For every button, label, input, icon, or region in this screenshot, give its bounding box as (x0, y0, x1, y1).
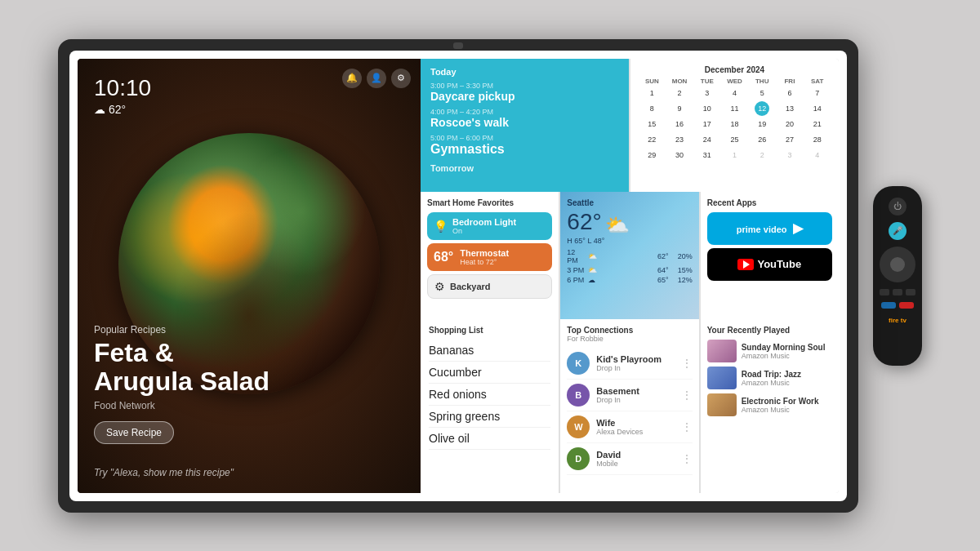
cal-day-4[interactable]: 4 (810, 148, 825, 162)
cal-day-30[interactable]: 30 (672, 148, 687, 162)
connection-2[interactable]: B Basement Drop In ⋮ (567, 380, 692, 411)
cal-day-2[interactable]: 2 (672, 86, 687, 100)
cal-day-5[interactable]: 5 (755, 86, 769, 100)
connection-4[interactable]: D David Mobile ⋮ (567, 443, 692, 475)
notification-icon[interactable]: 🔔 (342, 69, 362, 88)
cal-day-31[interactable]: 31 (700, 148, 715, 162)
shopping-item-2[interactable]: Cucumber (429, 362, 550, 384)
connection-4-more-icon[interactable]: ⋮ (681, 452, 693, 465)
thermostat-device[interactable]: 68° Thermostat Heat to 72° (427, 243, 552, 271)
cal-day-18[interactable]: 18 (727, 117, 742, 131)
cal-day-15[interactable]: 15 (644, 117, 659, 131)
youtube-text: YouTube (757, 258, 801, 270)
mid-row: Smart Home Favorites 💡 Bedroom Light On … (421, 192, 839, 319)
remote-power-button[interactable]: ⏻ (889, 198, 906, 216)
played-item-3[interactable]: Electronic For Work Amazon Music (707, 393, 832, 416)
tomorrow-label: Tomorrow (430, 163, 619, 173)
scene: 10:10 ☁ 62° 🔔 👤 ⚙ Popular Recipes (58, 39, 922, 513)
shopping-item-1[interactable]: Bananas (429, 340, 550, 362)
played-item-2[interactable]: Road Trip: Jazz Amazon Music (707, 367, 832, 389)
remote-btn-2[interactable] (893, 289, 902, 295)
cal-day-4[interactable]: 4 (727, 86, 742, 100)
shopping-item-4[interactable]: Spring greens (429, 406, 550, 428)
event-2: 4:00 PM – 4:20 PM Roscoe's walk (430, 108, 619, 129)
remote-prime-btn[interactable] (881, 302, 896, 309)
cal-day-24[interactable]: 24 (700, 132, 715, 147)
cal-day-25[interactable]: 25 (727, 132, 742, 147)
forecast-row-2: 3 PM ⛅ 64° 15% (567, 266, 692, 274)
schedule-panel: Today 3:00 PM – 3:30 PM Daycare pickup 4… (421, 59, 629, 192)
event-1-name: Daycare pickup (430, 90, 619, 103)
shopping-item-5[interactable]: Olive oil (429, 428, 550, 450)
connection-1-more-icon[interactable]: ⋮ (681, 357, 693, 370)
played-2-thumb (707, 367, 737, 389)
cal-day-19[interactable]: 19 (755, 117, 769, 131)
time-display: 10:10 ☁ 62° (94, 75, 151, 116)
remote-dpad[interactable] (880, 247, 915, 282)
remote-btn-1[interactable] (880, 289, 889, 295)
backyard-device[interactable]: ⚙ Backyard (427, 274, 552, 299)
cal-day-1[interactable]: 1 (727, 148, 742, 162)
cal-day-6[interactable]: 6 (782, 86, 797, 100)
calendar-panel: December 2024 SUNMONTUEWEDTHUFRISAT12345… (630, 59, 839, 192)
cal-day-3[interactable]: 3 (782, 148, 797, 162)
connection-1[interactable]: K Kid's Playroom Drop In ⋮ (567, 348, 692, 380)
weather-high: H 65° (567, 237, 586, 245)
connection-3[interactable]: W Wife Alexa Devices ⋮ (567, 411, 692, 443)
remote-btn-3[interactable] (906, 289, 915, 295)
weather-panel: Seattle 62° ⛅ H 65° L 48° (560, 192, 698, 319)
event-2-time: 4:00 PM – 4:20 PM (430, 108, 619, 116)
cal-day-7[interactable]: 7 (810, 86, 825, 100)
cal-day-8[interactable]: 8 (644, 101, 659, 116)
weather-low: L 48° (587, 237, 604, 245)
cal-day-12[interactable]: 12 (755, 101, 769, 116)
cal-day-13[interactable]: 13 (782, 101, 797, 116)
tv-frame: 10:10 ☁ 62° 🔔 👤 ⚙ Popular Recipes (58, 39, 858, 513)
forecast-2-temp: 64° (657, 266, 669, 274)
connection-2-more-icon[interactable]: ⋮ (681, 389, 693, 402)
calendar-month: December 2024 (639, 65, 831, 74)
remote-netflix-btn[interactable] (899, 302, 914, 309)
cal-day-22[interactable]: 22 (644, 132, 659, 147)
cal-day-28[interactable]: 28 (810, 132, 825, 147)
cal-day-26[interactable]: 26 (755, 132, 769, 147)
remote-dpad-center[interactable] (890, 257, 905, 272)
smart-home-panel: Smart Home Favorites 💡 Bedroom Light On … (421, 192, 559, 319)
cal-day-29[interactable]: 29 (644, 148, 659, 162)
weather-icon: ☁ (94, 103, 105, 116)
tv-camera (453, 42, 463, 49)
save-recipe-button[interactable]: Save Recipe (94, 421, 174, 444)
bedroom-light-device[interactable]: 💡 Bedroom Light On (427, 212, 552, 240)
connections-panel: Top Connections For Robbie K Kid's Playr… (560, 319, 698, 492)
weather-temp-display: 62° (109, 103, 126, 116)
connection-3-status: Alexa Devices (596, 428, 643, 436)
cal-day-27[interactable]: 27 (782, 132, 797, 147)
connections-title: Top Connections (567, 326, 692, 335)
cal-day-2[interactable]: 2 (755, 148, 769, 162)
profile-icon[interactable]: 👤 (367, 69, 386, 88)
cal-day-21[interactable]: 21 (810, 117, 825, 131)
shopping-item-3[interactable]: Red onions (429, 384, 550, 406)
played-3-title: Electronic For Work (742, 397, 819, 406)
connection-1-avatar: K (567, 352, 590, 375)
remote-mic-button[interactable]: 🎤 (889, 222, 906, 240)
cal-day-9[interactable]: 9 (672, 101, 687, 116)
played-item-1[interactable]: Sunday Morning Soul Amazon Music (707, 340, 832, 362)
settings-icon[interactable]: ⚙ (391, 69, 411, 88)
cal-day-11[interactable]: 11 (727, 101, 742, 116)
cal-day-1[interactable]: 1 (644, 86, 659, 100)
forecast-row-3: 6 PM ☁ 65° 12% (567, 276, 692, 284)
forecast-1-pct: 20% (672, 252, 693, 260)
cal-day-20[interactable]: 20 (782, 117, 797, 131)
cal-day-23[interactable]: 23 (672, 132, 687, 147)
connection-3-more-icon[interactable]: ⋮ (681, 420, 693, 433)
recently-played-title: Your Recently Played (707, 326, 832, 335)
cal-day-16[interactable]: 16 (672, 117, 687, 131)
youtube-tile[interactable]: YouTube (707, 248, 832, 281)
played-3-thumb (707, 393, 737, 416)
cal-day-14[interactable]: 14 (810, 101, 825, 116)
cal-day-3[interactable]: 3 (700, 86, 715, 100)
cal-day-17[interactable]: 17 (700, 117, 715, 131)
cal-day-10[interactable]: 10 (700, 101, 715, 116)
prime-video-tile[interactable]: prime video ▶ (707, 212, 832, 245)
